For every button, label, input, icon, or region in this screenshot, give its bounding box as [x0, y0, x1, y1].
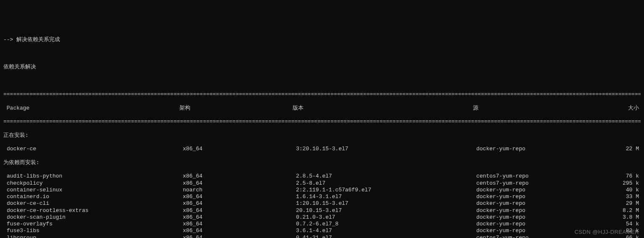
pkg-size: 8.2 M [585, 207, 641, 214]
pkg-size: 54 k [585, 221, 641, 228]
pkg-arch: noarch [183, 187, 296, 194]
pkg-arch: x86_64 [183, 180, 296, 187]
pkg-version: 3.6.1-4.el7 [296, 228, 476, 234]
pkg-size: 40 k [585, 187, 641, 194]
header-package: Package [3, 105, 179, 112]
pkg-repo: docker-yum-repo [476, 200, 585, 207]
header-version: 版本 [293, 105, 473, 112]
pkg-arch: x86_64 [183, 221, 296, 228]
pkg-name: containerd.io [3, 194, 183, 200]
pkg-repo: docker-yum-repo [476, 187, 585, 194]
table-row: libcgroupx86_640.41-21.el7centos7-yum-re… [3, 235, 641, 238]
pkg-size: 33 M [585, 194, 641, 200]
section-deps: 为依赖而安装: [3, 160, 641, 166]
pkg-repo: centos7-yum-repo [476, 173, 585, 180]
pkg-version: 2.5-8.el7 [296, 180, 476, 187]
pkg-name: docker-ce-cli [3, 200, 183, 207]
terminal-output[interactable]: --> 解决依赖关系完成 依赖关系解决 ====================… [3, 30, 641, 238]
pkg-arch: x86_64 [183, 194, 296, 200]
pkg-name: fuse3-libs [3, 228, 183, 234]
table-row: container-selinuxnoarch2:2.119.1-1.c57a6… [3, 187, 641, 194]
dep-resolve-done: --> 解决依赖关系完成 [3, 37, 641, 43]
pkg-repo: docker-yum-repo [476, 207, 585, 214]
pkg-size: 76 k [585, 173, 641, 180]
pkg-version: 3:20.10.15-3.el7 [296, 146, 476, 152]
table-row: audit-libs-pythonx86_642.8.5-4.el7centos… [3, 173, 641, 180]
table-header-row: Package 架构 版本 源 大小 [3, 105, 641, 112]
table-row: docker-ce x86_64 3:20.10.15-3.el7 docker… [3, 146, 641, 152]
header-size: 大小 [582, 105, 641, 112]
blank-line [3, 50, 641, 57]
pkg-version: 20.10.15-3.el7 [296, 207, 476, 214]
pkg-version: 1:20.10.15-3.el7 [296, 200, 476, 207]
pkg-repo: docker-yum-repo [476, 221, 585, 228]
pkg-size: 3.8 M [585, 214, 641, 221]
table-row: fuse-overlayfsx86_640.7.2-6.el7_8docker-… [3, 221, 641, 228]
pkg-name: docker-ce [3, 146, 183, 152]
pkg-name: libcgroup [3, 235, 183, 238]
pkg-version: 2.8.5-4.el7 [296, 173, 476, 180]
pkg-arch: x86_64 [183, 235, 296, 238]
pkg-arch: x86_64 [183, 228, 296, 234]
pkg-name: checkpolicy [3, 180, 183, 187]
pkg-name: docker-scan-plugin [3, 214, 183, 221]
table-row: fuse3-libsx86_643.6.1-4.el7docker-yum-re… [3, 228, 641, 234]
pkg-name: fuse-overlayfs [3, 221, 183, 228]
pkg-arch: x86_64 [183, 207, 296, 214]
pkg-arch: x86_64 [183, 200, 296, 207]
pkg-arch: x86_64 [183, 146, 296, 152]
table-row: docker-ce-clix86_641:20.10.15-3.el7docke… [3, 200, 641, 207]
pkg-version: 2:2.119.1-1.c57a6f9.el7 [296, 187, 476, 194]
pkg-version: 0.21.0-3.el7 [296, 214, 476, 221]
rule-line: ========================================… [3, 91, 641, 98]
pkg-version: 1.6.14-3.1.el7 [296, 194, 476, 200]
pkg-size: 295 k [585, 180, 641, 187]
table-row: checkpolicyx86_642.5-8.el7centos7-yum-re… [3, 180, 641, 187]
header-arch: 架构 [179, 105, 293, 112]
pkg-repo: docker-yum-repo [476, 194, 585, 200]
watermark: CSDN @HJJ-DREAMER [574, 229, 639, 235]
dep-resolved: 依赖关系解决 [3, 64, 641, 71]
pkg-size: 29 M [585, 200, 641, 207]
rule-line: ========================================… [3, 118, 641, 125]
pkg-arch: x86_64 [183, 214, 296, 221]
pkg-arch: x86_64 [183, 173, 296, 180]
pkg-repo: docker-yum-repo [476, 146, 585, 152]
pkg-size: 22 M [585, 146, 641, 152]
header-repo: 源 [473, 105, 582, 112]
pkg-name: audit-libs-python [3, 173, 183, 180]
table-row: docker-scan-pluginx86_640.21.0-3.el7dock… [3, 214, 641, 221]
pkg-name: container-selinux [3, 187, 183, 194]
pkg-version: 0.41-21.el7 [296, 235, 476, 238]
pkg-repo: centos7-yum-repo [476, 235, 585, 238]
blank-line [3, 78, 641, 84]
table-row: containerd.iox86_641.6.14-3.1.el7docker-… [3, 194, 641, 200]
pkg-version: 0.7.2-6.el7_8 [296, 221, 476, 228]
pkg-repo: docker-yum-repo [476, 214, 585, 221]
table-row: docker-ce-rootless-extrasx86_6420.10.15-… [3, 207, 641, 214]
pkg-repo: centos7-yum-repo [476, 180, 585, 187]
pkg-repo: docker-yum-repo [476, 228, 585, 234]
section-installing: 正在安装: [3, 132, 641, 139]
pkg-name: docker-ce-rootless-extras [3, 207, 183, 214]
